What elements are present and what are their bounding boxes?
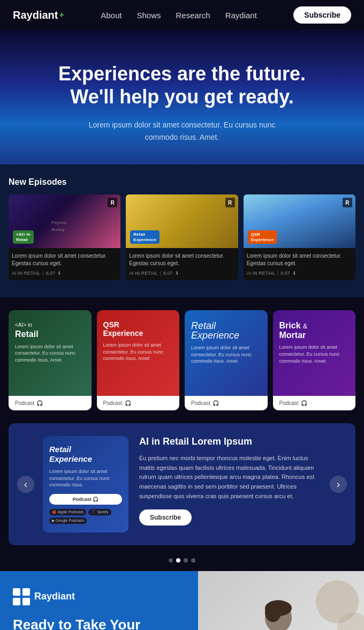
episode-thumb-2: RetailExperience R [126,194,238,248]
episode-desc-2: Lorem ipsum dolor sit amet consectetur. … [129,252,234,267]
show-title-2: QSRExperience [103,321,173,338]
episode-card[interactable]: QSRExperience R Lorem ipsum dolor sit am… [244,194,355,280]
navbar: Raydiant+ About Shows Research Raydiant … [0,0,364,30]
carousel-dot-3[interactable] [184,558,188,562]
show-card-top-2: QSRExperience Lorem ipsum dolor sit amet… [97,310,180,396]
cta-left: Raydiant Ready to Take Your Experiences … [0,571,198,630]
carousel-subscribe-button[interactable]: Subscribe [139,509,192,526]
show-title-4: Brick &Mortar [279,321,350,340]
carousel-dot-4[interactable] [191,558,195,562]
platform-apple: 🍎 Apple Podcasts [49,509,86,515]
episode-card[interactable]: Psycho Bunny <AI> inRetail R Lorem ipsum… [9,194,120,280]
carousel-platforms: 🍎 Apple Podcasts 🎵 Spotify ▶ Google Podc… [49,509,122,524]
episode-card[interactable]: RetailExperience R Lorem ipsum dolor sit… [126,194,238,280]
show-card-top-1: <AI> in Retail Lorem ipsum dolor sit ame… [9,310,92,396]
carousel-content-text: Eu pretium nec morbi tempor rhoncus mole… [139,454,321,501]
show-card-retail-exp[interactable]: RetailExperience Lorem ipsum dolor sit a… [185,310,268,410]
carousel-podcast-desc: Lorem ipsum dolor sit amet consectetur. … [49,468,122,489]
cta-logo: Raydiant [13,588,185,605]
carousel-next-button[interactable]: › [330,476,347,493]
carousel-content-title: AI in Retail Lorem Ipsum [139,436,321,447]
carousel-content: AI in Retail Lorem Ipsum Eu pretium nec … [139,436,321,526]
new-episodes-title: New Episodes [9,177,355,187]
platform-spotify: 🎵 Spotify [88,509,111,515]
svg-rect-4 [22,588,30,596]
episode-meta-3: AI IN RETAIL | 8.07 ⬇ [247,271,352,276]
carousel-section: ‹ RetailExperience Lorem ipsum dolor sit… [9,423,355,545]
show-card-bottom-1: Podcast 🎧 [9,396,92,410]
episode-badge-3: QSRExperience [248,230,277,244]
raydiant-logo-icon [13,588,30,605]
cta-illustration [198,571,364,630]
nav-link-raydiant[interactable]: Raydiant [225,11,257,20]
hero-title: Experiences are the future. We'll help y… [13,62,351,108]
episode-meta-2: AI IN RETAIL | 8.07 ⬇ [129,271,234,276]
show-card-ai-retail[interactable]: <AI> in Retail Lorem ipsum dolor sit ame… [9,310,92,410]
show-title-3: RetailExperience [191,321,261,340]
svg-rect-3 [13,588,20,596]
show-card-bottom-2: Podcast 🎧 [97,396,180,410]
cta-heading: Ready to Take Your Experiences to the Ne… [13,616,185,630]
cta-section: Raydiant Ready to Take Your Experiences … [0,571,364,630]
episode-thumb-1: Psycho Bunny <AI> inRetail R [9,194,120,248]
show-card-bottom-4: Podcast 🎧 [273,396,356,410]
shows-grid: <AI> in Retail Lorem ipsum dolor sit ame… [9,310,355,410]
carousel-podcast-card: RetailExperience Lorem ipsum dolor sit a… [43,436,128,532]
cta-right-image [198,571,364,630]
nav-link-shows[interactable]: Shows [136,11,161,20]
logo-plus: + [59,10,64,20]
episode-info-2: Lorem ipsum dolor sit amet consectetur. … [126,248,238,280]
nav-link-research[interactable]: Research [176,11,210,20]
carousel-podcast-button[interactable]: Podcast 🎧 [49,494,122,505]
show-card-brick-mortar[interactable]: Brick &Mortar Lorem ipsum dolor sit amet… [273,310,356,410]
svg-rect-6 [22,598,30,605]
show-card-qsr[interactable]: QSRExperience Lorem ipsum dolor sit amet… [97,310,180,410]
carousel-dots [0,558,364,562]
new-episodes-section: New Episodes Psycho Bunny <AI> inRetail … [0,164,364,297]
logo-text: Raydiant [13,9,58,21]
show-card-top-3: RetailExperience Lorem ipsum dolor sit a… [185,310,268,396]
episode-badge-1: <AI> inRetail [13,230,34,244]
show-desc-4: Lorem ipsum dolor sit amet consectetur. … [279,344,350,387]
carousel-dot-1[interactable] [169,558,173,562]
episode-desc-3: Lorem ipsum dolor sit amet consectetur. … [247,252,352,267]
episode-info-1: Lorem ipsum dolor sit amet consectetur. … [9,248,120,280]
cta-logo-text: Raydiant [34,591,75,602]
nav-link-about[interactable]: About [101,11,122,20]
subscribe-button[interactable]: Subscribe [293,6,351,24]
hero-subtitle: Lorem ipsum dolor sit amet consectetur. … [75,119,289,143]
nav-links: About Shows Research Raydiant [101,11,257,20]
carousel-podcast-title: RetailExperience [49,445,122,464]
show-title-1: <AI> in Retail [15,321,85,339]
episodes-grid: Psycho Bunny <AI> inRetail R Lorem ipsum… [9,194,355,280]
show-card-top-4: Brick &Mortar Lorem ipsum dolor sit amet… [273,310,356,396]
episode-meta-1: AI IN RETAIL | 8.07 ⬇ [12,271,117,276]
episode-rating-2: R [225,198,235,207]
episode-info-3: Lorem ipsum dolor sit amet consectetur. … [244,248,355,280]
episode-badge-2: RetailExperience [130,230,160,244]
platform-google: ▶ Google Podcasts [49,518,87,524]
svg-point-12 [265,603,281,622]
episode-rating-3: R [343,198,352,207]
show-desc-2: Lorem ipsum dolor sit amet consectetur. … [103,342,173,387]
carousel-inner: RetailExperience Lorem ipsum dolor sit a… [43,436,321,532]
episode-desc-1: Lorem ipsum dolor sit amet consectetur. … [12,252,117,267]
carousel-dot-2[interactable] [176,558,180,562]
carousel-prev-button[interactable]: ‹ [17,476,34,493]
episode-thumb-3: QSRExperience R [244,194,355,248]
svg-rect-5 [13,598,20,605]
show-card-bottom-3: Podcast 🎧 [185,396,268,410]
shows-section: <AI> in Retail Lorem ipsum dolor sit ame… [0,297,364,423]
svg-text:Bunny: Bunny [51,227,65,232]
hero-section: Experiences are the future. We'll help y… [0,30,364,164]
logo[interactable]: Raydiant+ [13,9,64,21]
svg-text:Psycho: Psycho [51,220,67,225]
episode-rating-1: R [108,198,117,207]
show-desc-3: Lorem ipsum dolor sit amet consectetur. … [191,344,261,387]
show-desc-1: Lorem ipsum dolor sit amet consectetur. … [15,343,85,387]
